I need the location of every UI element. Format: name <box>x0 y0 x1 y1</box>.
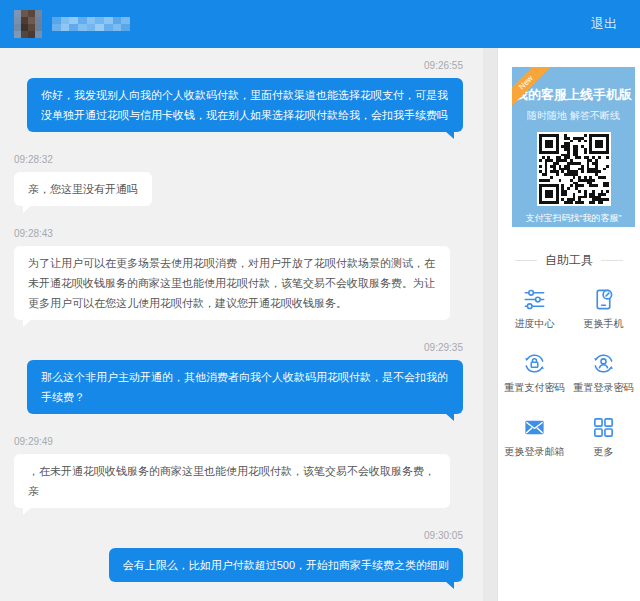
chat-message: 09:28:32 亲，您这里没有开通吗 <box>14 154 463 206</box>
qr-caption: 支付宝扫码找“我的客服” <box>512 212 635 225</box>
tool-progress-center[interactable]: 进度中心 <box>500 271 569 335</box>
message-bubble: 那么这个非用户主动开通的，其他消费者向我个人收款码用花呗付款，是不会扣我的手续费… <box>27 360 463 414</box>
customer-service-app: 退出 09:26:55 你好，我发现别人向我的个人收款码付款，里面付款渠道也能选… <box>0 0 640 601</box>
tool-reset-login-password[interactable]: 重置登录密码 <box>569 335 638 399</box>
divider-line <box>601 260 623 261</box>
message-timestamp: 09:30:05 <box>14 530 463 541</box>
logout-button[interactable]: 退出 <box>591 15 617 33</box>
tool-label: 进度中心 <box>500 317 569 331</box>
tool-label: 更换登录邮箱 <box>500 445 569 459</box>
tool-change-phone[interactable]: 更换手机 <box>569 271 638 335</box>
user-name-blurred <box>52 17 130 31</box>
sliders-icon <box>500 287 569 312</box>
chat-scrollbar[interactable] <box>483 48 497 601</box>
tool-change-login-email[interactable]: 更换登录邮箱 <box>500 399 569 463</box>
main-area: 09:26:55 你好，我发现别人向我的个人收款码付款，里面付款渠道也能选择花呗… <box>0 48 640 601</box>
tool-reset-payment-password[interactable]: 重置支付密码 <box>500 335 569 399</box>
message-timestamp: 09:28:32 <box>14 154 463 165</box>
promo-subtitle: 随时随地 解答不断线 <box>512 109 635 123</box>
divider-line <box>515 260 537 261</box>
qr-code <box>537 132 611 206</box>
tool-more[interactable]: 更多 <box>569 399 638 463</box>
user-avatar-blurred <box>14 10 42 38</box>
tool-label: 重置支付密码 <box>500 381 569 395</box>
message-bubble: 亲，您这里没有开通吗 <box>14 172 152 206</box>
tool-label: 重置登录密码 <box>569 381 638 395</box>
tool-label: 更换手机 <box>569 317 638 331</box>
chat-message: 09:26:55 你好，我发现别人向我的个人收款码付款，里面付款渠道也能选择花呗… <box>14 60 463 132</box>
lock-reset-icon <box>500 351 569 376</box>
tools-grid: 进度中心 更换手机 <box>498 271 640 463</box>
mobile-service-promo-card: New 我的客服上线手机版 随时随地 解答不断线 支付宝扫码找“我的客服” <box>512 67 635 227</box>
message-timestamp: 09:28:43 <box>14 228 463 239</box>
header-bar: 退出 <box>0 0 640 48</box>
message-timestamp: 09:29:49 <box>14 436 463 447</box>
chat-message: 09:29:35 那么这个非用户主动开通的，其他消费者向我个人收款码用花呗付款，… <box>14 342 463 414</box>
sidebar: New 我的客服上线手机版 随时随地 解答不断线 支付宝扫码找“我的客服” 自助… <box>497 48 640 601</box>
more-grid-icon <box>569 415 638 440</box>
self-help-tools-title: 自助工具 <box>545 252 593 269</box>
message-bubble: 会有上限么，比如用户付款超过500，开始扣商家手续费之类的细则 <box>109 548 463 582</box>
message-bubble: 为了让用户可以在更多场景去使用花呗消费，对用户开放了花呗付款场景的测试，在未开通… <box>14 246 450 320</box>
tool-label: 更多 <box>569 445 638 459</box>
message-bubble: ，在未开通花呗收钱服务的商家这里也能使用花呗付款，该笔交易不会收取服务费，亲 <box>14 454 450 508</box>
message-timestamp: 09:29:35 <box>14 342 463 353</box>
message-bubble: 你好，我发现别人向我的个人收款码付款，里面付款渠道也能选择花呗支付，可是我没单独… <box>27 78 463 132</box>
chat-log: 09:26:55 你好，我发现别人向我的个人收款码付款，里面付款渠道也能选择花呗… <box>0 48 483 601</box>
message-timestamp: 09:26:55 <box>14 60 463 71</box>
user-reset-icon <box>569 351 638 376</box>
mail-icon <box>500 415 569 440</box>
chat-message: 09:28:43 为了让用户可以在更多场景去使用花呗消费，对用户开放了花呗付款场… <box>14 228 463 320</box>
chat-message: 09:30:05 会有上限么，比如用户付款超过500，开始扣商家手续费之类的细则 <box>14 530 463 582</box>
phone-edit-icon <box>569 287 638 312</box>
self-help-tools-header: 自助工具 <box>498 252 640 269</box>
chat-message: 09:29:49 ，在未开通花呗收钱服务的商家这里也能使用花呗付款，该笔交易不会… <box>14 436 463 508</box>
promo-title: 我的客服上线手机版 <box>512 86 635 104</box>
